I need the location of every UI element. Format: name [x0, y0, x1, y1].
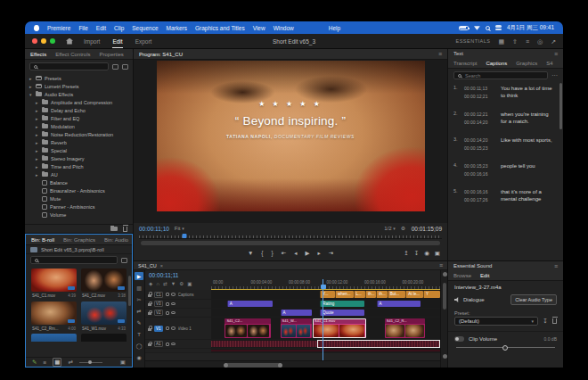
track-target-icon[interactable] — [166, 343, 169, 346]
close-window-icon[interactable] — [32, 38, 37, 44]
extract-icon[interactable]: ↧ — [414, 251, 419, 257]
add-marker-icon[interactable]: ▼ — [171, 281, 176, 286]
automate-to-sequence-icon[interactable]: ▣ — [120, 359, 126, 366]
preset-dropdown[interactable]: (Default)▾ — [454, 317, 538, 326]
graphic-clip-quote[interactable]: Quote — [320, 310, 364, 316]
filter-bin-icon[interactable] — [121, 258, 127, 263]
scrollbar-handle[interactable] — [225, 363, 282, 368]
header-tab-export[interactable]: Export — [135, 35, 152, 48]
step-forward-icon[interactable]: ▸ — [317, 251, 320, 257]
stacked-panel-icon[interactable]: ≡ — [526, 38, 529, 45]
tab-bin-b-roll[interactable]: Bin: B-roll — [31, 235, 54, 245]
timeline-ruler[interactable]: 00:0000:00:04:0000:00:08:0000:00:12:0000… — [211, 270, 440, 290]
video-clip-s41-c1-mov[interactable]: S41_C1.mov — [313, 318, 366, 338]
tab-browse[interactable]: Browse — [453, 270, 471, 280]
chevron-right-icon[interactable]: ▸ — [36, 133, 39, 136]
program-playhead[interactable] — [183, 234, 187, 238]
caption-text[interactable]: You have a lot of time to think — [501, 85, 556, 100]
menu-sequence[interactable]: Sequence — [132, 25, 158, 31]
hand-tool[interactable]: ◯ — [135, 342, 143, 350]
clip-volume-slider[interactable] — [456, 347, 555, 348]
tab-s4[interactable]: S4 — [546, 58, 552, 68]
clip-thumbnail[interactable] — [81, 268, 127, 292]
panel-menu-icon[interactable]: ≡ — [439, 262, 443, 268]
tab-sequence[interactable]: S41_CU — [138, 263, 157, 268]
mute-icon[interactable] — [171, 343, 176, 346]
bin-breadcrumb[interactable]: Short Edit v65_3.prproj\B-roll — [26, 245, 132, 254]
caption-clip[interactable]: At le... — [405, 291, 423, 298]
export-frame-icon[interactable]: ◉ — [424, 251, 429, 257]
menu-premiere[interactable]: Premiere — [47, 25, 70, 31]
eye-icon[interactable] — [171, 311, 176, 315]
lock-icon[interactable] — [148, 303, 151, 306]
eye-icon[interactable] — [171, 302, 176, 306]
chevron-right-icon[interactable]: ▸ — [36, 141, 39, 145]
effects-tree-item-special[interactable]: ▸Special — [25, 146, 133, 154]
minimize-window-icon[interactable] — [41, 38, 46, 44]
captions-settings-icon[interactable]: ▣ — [187, 281, 192, 286]
effects-tree-item-binauralizer-ambisonics[interactable]: Binauralizer - Ambisonics — [25, 186, 133, 194]
workspaces-icon[interactable]: ▦ — [498, 38, 504, 45]
program-timecode[interactable]: 00:00:11;10 — [139, 226, 169, 232]
tab-program[interactable]: Program: S41_CU — [139, 49, 183, 60]
zoom-window-icon[interactable] — [50, 38, 55, 44]
effects-tree-item-balance[interactable]: Balance — [25, 178, 133, 186]
delete-preset-icon[interactable] — [552, 318, 557, 324]
mark-in-icon[interactable]: { — [261, 251, 263, 257]
graphic-clip-a[interactable]: A — [377, 301, 421, 307]
nest-icon[interactable]: ◈ — [149, 281, 152, 286]
more-options-icon[interactable]: ⋯ — [551, 72, 558, 79]
caption-text[interactable]: people tell you — [501, 162, 556, 178]
effects-tree-item-filter-and-eq[interactable]: ▸Filter and EQ — [25, 114, 133, 122]
effects-tree-item-amplitude-and-compression[interactable]: ▸Amplitude and Compression — [25, 98, 133, 106]
track-badge[interactable]: V2 — [154, 310, 164, 316]
lock-icon[interactable] — [148, 312, 151, 315]
lift-icon[interactable]: ↥ — [404, 251, 408, 257]
bin-clip-s41-c2-rm[interactable]: S41_C2_Rm...4:00 — [31, 302, 77, 331]
bin-clip-s41-c2-mov[interactable]: S41_C2.mov3:38 — [81, 268, 127, 298]
go-to-in-icon[interactable]: ⇤ — [282, 251, 286, 257]
bin-clip-thumbnail[interactable] — [31, 334, 77, 342]
caption-text[interactable]: Like with most sports, — [501, 136, 556, 152]
settings-wrench-icon[interactable]: ⚙ — [401, 226, 406, 231]
lock-icon[interactable] — [148, 343, 151, 346]
chevron-right-icon[interactable]: ▸ — [29, 77, 33, 80]
eye-icon[interactable] — [171, 293, 176, 296]
list-view-icon[interactable]: ≡ — [43, 359, 46, 366]
caption-clip[interactable]: th... — [376, 291, 387, 298]
settings-icon[interactable]: ⚙ — [179, 281, 184, 286]
timeline-timecode[interactable]: 00:00:11;11 — [149, 272, 208, 278]
caption-clip[interactable]: when... — [335, 291, 354, 298]
header-tab-import[interactable]: Import — [84, 35, 100, 48]
scrollbar-handle[interactable] — [443, 283, 446, 310]
effects-tree-item-lumetri-presets[interactable]: ▸Lumetri Presets — [25, 82, 133, 90]
step-back-icon[interactable]: ◂ — [294, 251, 297, 257]
caption-row[interactable]: 3.00:00:14;2000:00:15;23Like with most s… — [453, 136, 556, 152]
caption-clip[interactable]: L... — [354, 291, 365, 298]
program-video-frame[interactable]: ★ ★ ★ ★ ★ “ Beyond inspiring. ” TATIANA … — [157, 61, 425, 211]
delete-icon[interactable] — [123, 227, 127, 232]
caption-clip[interactable]: Y — [423, 291, 440, 298]
track-target-icon[interactable] — [166, 311, 169, 315]
program-mini-timeline[interactable] — [139, 234, 442, 239]
bin-clip-thumbnail[interactable] — [81, 334, 127, 342]
track-badge[interactable]: A1 — [154, 341, 164, 347]
bin-scrollbar[interactable] — [128, 276, 131, 306]
menu-view[interactable]: View — [253, 25, 265, 31]
captions-scrollbar[interactable] — [559, 83, 562, 129]
filter-audio-effects-icon[interactable] — [122, 64, 128, 70]
caption-text[interactable]: that it's more of a mental challenge — [501, 188, 556, 203]
bell-icon[interactable]: ◎ — [537, 38, 543, 45]
caption-row[interactable]: 5.00:00:16;1600:00:17;26that it's more o… — [453, 188, 556, 203]
track-select-tool[interactable]: ▥ — [135, 284, 143, 292]
quick-export-icon[interactable]: ⇧ — [512, 38, 518, 45]
zoom-handle-icon[interactable] — [443, 354, 447, 359]
resolution-dropdown[interactable]: 1/2 ▾ — [384, 226, 396, 231]
effects-tree-item-stereo-imagery[interactable]: ▸Stereo Imagery — [25, 154, 133, 162]
panel-menu-icon[interactable]: ≡ — [554, 51, 558, 57]
effects-tree-item-reverb[interactable]: ▸Reverb — [25, 138, 133, 146]
track-target-icon[interactable] — [166, 302, 169, 306]
caption-text[interactable]: when you're training for a match. — [501, 111, 556, 126]
chevron-right-icon[interactable]: ▸ — [36, 157, 39, 161]
effects-tree-item-volume[interactable]: Volume — [25, 211, 133, 219]
